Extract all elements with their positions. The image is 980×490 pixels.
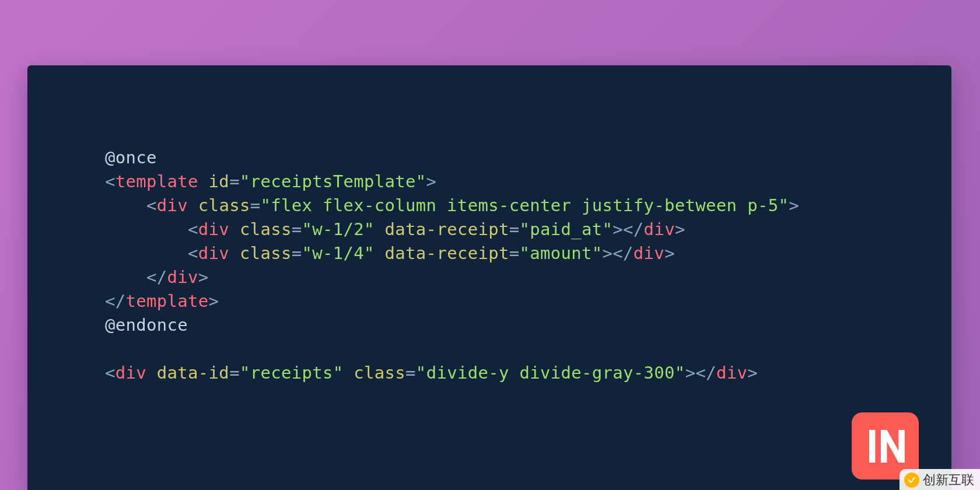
blade-directive-once: @once: [105, 148, 157, 167]
tag-div: div: [157, 195, 188, 215]
tag-div: div: [116, 363, 146, 383]
watermark: 创新互联: [900, 469, 980, 490]
blade-directive-endonce: @endonce: [105, 315, 188, 335]
tag-div-close: div: [167, 267, 198, 287]
angle-open: <: [105, 172, 116, 191]
val-flex-classes: flex flex-column items-center justify-be…: [271, 195, 778, 215]
tag-template: template: [116, 172, 198, 191]
val-receiptsTemplate: receiptsTemplate: [250, 172, 416, 191]
tag-div: div: [198, 243, 229, 263]
tag-div: div: [198, 219, 229, 239]
check-icon: [904, 473, 919, 488]
page-background: @once <template id="receiptsTemplate"> <…: [0, 0, 980, 490]
code-block: @once <template id="receiptsTemplate"> <…: [105, 146, 799, 385]
attr-class: class: [198, 195, 250, 215]
tag-template-close: template: [126, 291, 209, 311]
attr-id: id: [209, 172, 230, 191]
watermark-text: 创新互联: [923, 471, 974, 489]
in-logo-icon: [862, 423, 909, 470]
